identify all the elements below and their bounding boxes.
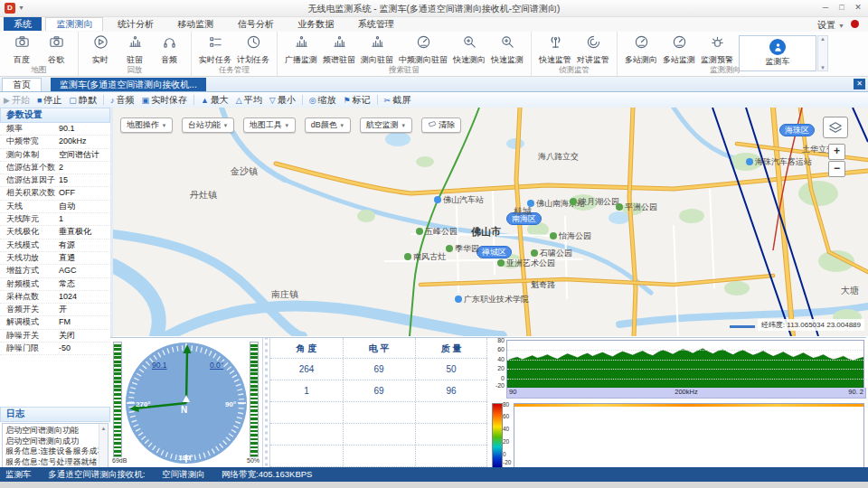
cell-quality: 50 [415, 364, 487, 374]
map-layers-button[interactable] [823, 117, 848, 138]
realtime-task-button[interactable]: 实时任务 [196, 33, 234, 67]
x-tick: 200kHz [507, 388, 865, 396]
park-icon [616, 203, 623, 211]
tab-monitor-vehicle[interactable]: 监测车(多通道空间谱测向接收机... [51, 78, 206, 91]
param-row[interactable]: 天线阵元1 [0, 213, 110, 226]
max-trace-button[interactable]: ▲最大 [201, 94, 229, 107]
start-button[interactable]: ▶开始 [4, 94, 30, 107]
tab-statistics[interactable]: 统计分析 [108, 17, 164, 31]
poi-label: 海珠汽车客运站 [746, 156, 812, 168]
map-tools-dropdown[interactable]: 地图工具 ▼ [243, 117, 296, 133]
param-row[interactable]: 信源估算个数2 [0, 162, 110, 174]
realtime-button[interactable]: 实时 [83, 33, 118, 67]
panel-splitter[interactable] [262, 338, 270, 468]
param-row[interactable]: 静噪门限-50 [0, 343, 110, 355]
maximize-button[interactable]: □ [835, 3, 848, 12]
audio-toggle-button[interactable]: ♪音频 [110, 94, 135, 107]
spacer [0, 355, 110, 407]
monitor-alert-button[interactable]: 监测预警 [698, 33, 736, 67]
camera-icon [14, 34, 30, 53]
tab-close-button[interactable]: ✕ [854, 79, 865, 89]
param-row[interactable]: 相关积累次数OFF [0, 187, 110, 200]
audio-button[interactable]: 音频 [152, 33, 186, 67]
fast-supervision-button[interactable]: 快速监管 [536, 33, 574, 67]
multistation-monitor-button[interactable]: 多站监测 [660, 33, 698, 67]
task-list-icon [208, 34, 223, 53]
clear-button[interactable]: 清除 [421, 117, 462, 133]
broadcast-monitor-button[interactable]: 广播监测 [282, 33, 320, 67]
param-row[interactable]: 静噪开关关闭 [0, 330, 110, 343]
mute-icon: ▢ [69, 96, 77, 105]
mute-button[interactable]: ▢静默 [69, 94, 97, 107]
city-label: 佛山市 [471, 225, 501, 239]
scroll-up-icon[interactable]: ▲ [820, 36, 826, 42]
stop-button[interactable]: ■停止 [37, 94, 61, 107]
station-functions-dropdown[interactable]: 台站功能 ▼ [182, 117, 234, 133]
intercom-supervision-button[interactable]: 对讲监管 [574, 33, 612, 67]
y-tick: -20 [490, 382, 505, 389]
fast-df-button[interactable]: 快速测向 [450, 33, 488, 67]
min-trace-button[interactable]: ▽最小 [269, 94, 296, 107]
df-results-table[interactable]: 角 度 电 平 质 量 264 69 50 1 69 96 [270, 338, 487, 468]
waterfall-plot-area[interactable] [514, 403, 864, 468]
waterfall-display[interactable]: 80 60 40 20 0 -20 [490, 403, 864, 466]
map-view[interactable]: 南海区 禅城区 海珠区 佛山市 丹灶镇 金沙镇 南庄镇 桂城 佛山汽车站 佛山南… [113, 108, 868, 336]
scheduled-task-button[interactable]: 计划任务 [234, 33, 272, 67]
tab-system-mgmt[interactable]: 系统管理 [348, 17, 404, 31]
ribbon-group-supervision: 快速监管 对讲监管 侦测监管 [532, 32, 618, 76]
multistation-df-button[interactable]: 多站测向 [622, 33, 660, 67]
param-row[interactable]: 天线极化垂直极化 [0, 226, 110, 239]
tab-system[interactable]: 系统 [4, 17, 42, 31]
poi-label: 广东职业技术学院 [455, 294, 529, 305]
tab-home[interactable]: 首页 [2, 78, 42, 91]
tab-signal-analysis[interactable]: 信号分析 [228, 17, 284, 31]
cb-tick: -20 [503, 459, 511, 465]
param-row[interactable]: 射频模式常态 [0, 278, 110, 291]
tab-mobile-monitor[interactable]: 移动监测 [167, 17, 223, 31]
avg-trace-button[interactable]: △平均 [236, 94, 262, 107]
param-row[interactable]: 测向体制空间谱估计 [0, 149, 110, 162]
y-tick: 20 [490, 365, 505, 371]
baidu-map-button[interactable]: 百度 [5, 33, 39, 67]
param-row[interactable]: 天线自动 [0, 201, 110, 213]
map-zoom-in-button[interactable]: + [828, 144, 845, 160]
settings-button[interactable]: 设置 ▼ [817, 19, 844, 32]
param-row[interactable]: 频率90.1 [0, 123, 110, 136]
compass-display[interactable]: 69dB 50% N 90.1 0.0° 270° 90° 180 [110, 338, 263, 468]
spectrum-dwell-button[interactable]: 频谱驻留 [320, 33, 358, 67]
param-row[interactable]: 天线模式有源 [0, 239, 110, 252]
tab-business-data[interactable]: 业务数据 [288, 17, 344, 31]
park-icon [570, 198, 577, 205]
realtime-save-button[interactable]: ▣实时保存 [141, 94, 187, 107]
status-mode: 空间谱测向 [162, 469, 205, 479]
db-color-dropdown[interactable]: dB颜色 ▼ [305, 117, 351, 133]
param-row[interactable]: 中频带宽200kHz [0, 136, 110, 148]
tab-monitor-df[interactable]: 监测测向 [45, 17, 103, 31]
param-row[interactable]: 音频开关开 [0, 304, 110, 316]
aviation-monitor-dropdown[interactable]: 航空监测 ▼ [360, 117, 412, 133]
if-df-dwell-button[interactable]: 中频测向驻留 [396, 33, 450, 67]
gridline [507, 369, 863, 370]
param-row[interactable]: 解调模式FM [0, 316, 110, 329]
if-spectrum-chart[interactable]: 80 60 40 20 0 -20 90 200kHz 90. 2 [490, 340, 864, 399]
table-rule [415, 338, 416, 468]
close-button[interactable]: ✕ [852, 3, 864, 12]
dwell-button[interactable]: 驻留 [118, 33, 152, 67]
fast-monitor-button[interactable]: 快速监测 [488, 33, 526, 67]
map-zoom-out-button[interactable]: − [828, 161, 845, 177]
param-row[interactable]: 采样点数1024 [0, 291, 110, 304]
district-label: 海珠区 [779, 124, 815, 136]
spectrum-plot-area[interactable] [506, 340, 864, 389]
minimize-button[interactable]: ─ [819, 3, 832, 12]
df-dwell-button[interactable]: 测向驻留 [358, 33, 396, 67]
google-map-button[interactable]: 谷歌 [39, 33, 73, 67]
marker-button[interactable]: ⚑标记 [344, 94, 371, 107]
param-row[interactable]: 增益方式AGC [0, 265, 110, 277]
waterfall-sweep-row [514, 404, 863, 407]
param-row[interactable]: 天线功放直通 [0, 252, 110, 265]
spectrum-icon [332, 34, 347, 53]
param-row[interactable]: 信源估算因子15 [0, 174, 110, 187]
zoom-button[interactable]: ◎缩放 [309, 94, 336, 107]
map-operations-dropdown[interactable]: 地图操作 ▼ [120, 117, 173, 133]
screenshot-button[interactable]: ✂截屏 [384, 94, 411, 107]
